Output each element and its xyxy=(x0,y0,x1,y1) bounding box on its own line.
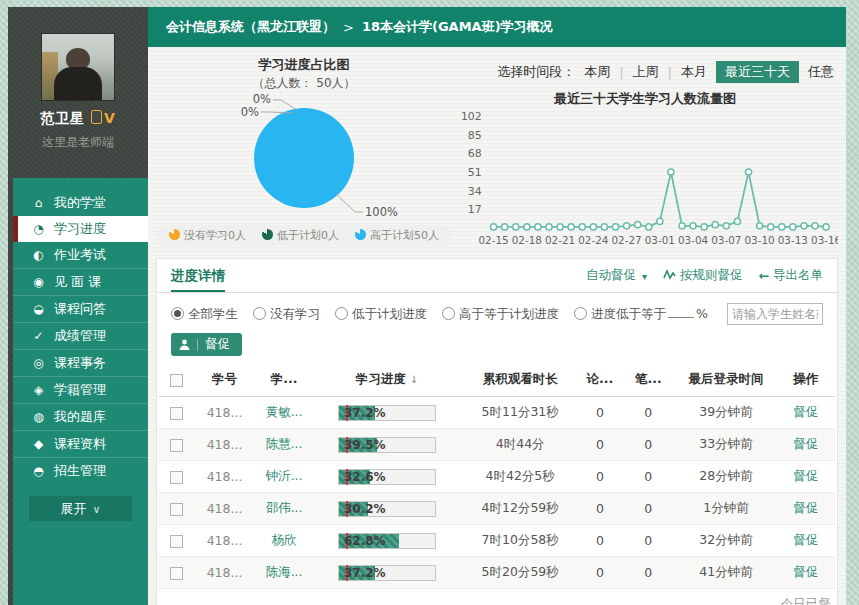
time-option-3[interactable]: 最近三十天 xyxy=(716,61,799,83)
data-point[interactable] xyxy=(612,224,618,230)
percent-input[interactable] xyxy=(668,306,694,318)
student-id[interactable]: 418... xyxy=(193,589,256,605)
column-header[interactable]: 学... xyxy=(256,363,313,397)
student-name-link[interactable]: 邵伟... xyxy=(256,493,313,525)
tab-progress-detail[interactable]: 进度详情 xyxy=(171,259,225,292)
row-checkbox[interactable] xyxy=(170,503,183,516)
data-point[interactable] xyxy=(690,223,696,229)
data-point[interactable] xyxy=(491,224,497,230)
student-id[interactable]: 418... xyxy=(193,461,256,493)
row-checkbox[interactable] xyxy=(170,471,183,484)
time-option-2[interactable]: 本月 xyxy=(681,63,707,81)
sidebar-item-7[interactable]: ◈学籍管理 xyxy=(13,376,148,403)
student-name-link[interactable]: 钟沂... xyxy=(256,461,313,493)
sidebar-item-2[interactable]: ◐作业考试 xyxy=(13,242,148,268)
time-option-1[interactable]: 上周 xyxy=(633,63,659,81)
search-input[interactable] xyxy=(727,303,823,325)
data-point[interactable] xyxy=(790,224,796,230)
sidebar-item-6[interactable]: ◎课程事务 xyxy=(13,349,148,376)
data-point[interactable] xyxy=(646,224,652,230)
row-checkbox[interactable] xyxy=(170,535,183,548)
urge-button[interactable]: 督促 xyxy=(171,333,242,356)
column-header[interactable]: 操作 xyxy=(776,363,835,397)
data-point[interactable] xyxy=(734,218,740,224)
column-header[interactable]: 累积观看时长 xyxy=(462,363,579,397)
data-point[interactable] xyxy=(546,224,552,230)
data-point[interactable] xyxy=(679,223,685,229)
data-point[interactable] xyxy=(712,222,718,228)
sidebar-item-10[interactable]: ◓招生管理 xyxy=(13,457,148,484)
legend-item[interactable]: 低于计划0人 xyxy=(262,228,339,243)
student-id[interactable]: 418... xyxy=(193,397,256,429)
data-point[interactable] xyxy=(668,169,674,175)
pie-slice-above-plan[interactable] xyxy=(254,108,354,208)
panel-action-2[interactable]: ←导出名单 xyxy=(759,267,823,284)
urge-action-link[interactable]: 督促 xyxy=(776,397,835,429)
column-header[interactable]: 最后登录时间 xyxy=(676,363,777,397)
data-point[interactable] xyxy=(801,223,807,229)
data-point[interactable] xyxy=(579,224,585,230)
urge-action-link[interactable]: 督促 xyxy=(776,525,835,557)
column-header[interactable]: 学号 xyxy=(193,363,256,397)
data-point[interactable] xyxy=(635,222,641,228)
data-point[interactable] xyxy=(812,223,818,229)
data-point[interactable] xyxy=(701,224,707,230)
data-point[interactable] xyxy=(624,223,630,229)
data-point[interactable] xyxy=(590,224,596,230)
urge-action-link[interactable]: 督促 xyxy=(776,493,835,525)
filter-radio-2[interactable]: 低于计划进度 xyxy=(335,306,427,323)
student-name-link[interactable]: 夏诗... xyxy=(256,589,313,605)
data-point[interactable] xyxy=(502,224,508,230)
filter-radio-0[interactable]: 全部学生 xyxy=(171,306,238,323)
data-point[interactable] xyxy=(768,224,774,230)
student-name-link[interactable]: 陈海... xyxy=(256,557,313,589)
sidebar-item-4[interactable]: ◒课程问答 xyxy=(13,295,148,322)
sidebar-item-9[interactable]: ◆课程资料 xyxy=(13,430,148,457)
urge-action-link[interactable]: 督促 xyxy=(776,429,835,461)
student-id[interactable]: 418... xyxy=(193,557,256,589)
filter-radio-4[interactable]: 进度低于等于% xyxy=(574,306,708,323)
time-option-4[interactable]: 任意 xyxy=(808,63,834,81)
student-name-link[interactable]: 杨欣 xyxy=(256,525,313,557)
row-checkbox[interactable] xyxy=(170,567,183,580)
student-id[interactable]: 418... xyxy=(193,429,256,461)
time-option-0[interactable]: 本周 xyxy=(584,63,610,81)
panel-action-0[interactable]: 自动督促▾ xyxy=(586,267,647,284)
filter-radio-3[interactable]: 高于等于计划进度 xyxy=(442,306,559,323)
student-id[interactable]: 418... xyxy=(193,493,256,525)
legend-item[interactable]: 没有学习0人 xyxy=(169,228,246,243)
urge-action-link[interactable]: 督促 xyxy=(776,557,835,589)
data-point[interactable] xyxy=(757,223,763,229)
column-header[interactable]: 笔... xyxy=(621,363,675,397)
sidebar-item-8[interactable]: ◍我的题库 xyxy=(13,403,148,430)
student-name-link[interactable]: 陈慧... xyxy=(256,429,313,461)
data-point[interactable] xyxy=(723,223,729,229)
sort-descending-icon[interactable]: ↓ xyxy=(410,374,418,385)
panel-action-1[interactable]: 按规则督促 xyxy=(663,267,743,284)
data-point[interactable] xyxy=(568,224,574,230)
data-point[interactable] xyxy=(557,224,563,230)
data-point[interactable] xyxy=(513,224,519,230)
urge-action-link[interactable]: 督促 xyxy=(776,461,835,493)
data-point[interactable] xyxy=(535,224,541,230)
data-point[interactable] xyxy=(524,224,530,230)
sidebar-item-5[interactable]: ✓成绩管理 xyxy=(13,322,148,349)
student-id[interactable]: 418... xyxy=(193,525,256,557)
avatar[interactable] xyxy=(41,33,115,101)
row-checkbox[interactable] xyxy=(170,407,183,420)
select-all-checkbox[interactable] xyxy=(170,374,183,387)
data-point[interactable] xyxy=(823,224,829,230)
sidebar-item-0[interactable]: ⌂我的学堂 xyxy=(13,190,148,216)
row-checkbox[interactable] xyxy=(170,439,183,452)
column-header[interactable]: 学习进度↓ xyxy=(312,363,461,397)
column-header[interactable]: 论... xyxy=(579,363,621,397)
student-name-link[interactable]: 黄敏... xyxy=(256,397,313,429)
breadcrumb-parent[interactable]: 会计信息系统（黑龙江联盟） xyxy=(166,18,335,36)
sidebar-item-1[interactable]: ◔学习进度 xyxy=(13,216,148,242)
sidebar-item-3[interactable]: ◉见 面 课 xyxy=(13,268,148,295)
data-point[interactable] xyxy=(601,224,607,230)
expand-button[interactable]: 展开∨ xyxy=(29,496,132,521)
filter-radio-1[interactable]: 没有学习 xyxy=(253,306,320,323)
data-point[interactable] xyxy=(745,169,751,175)
data-point[interactable] xyxy=(779,224,785,230)
